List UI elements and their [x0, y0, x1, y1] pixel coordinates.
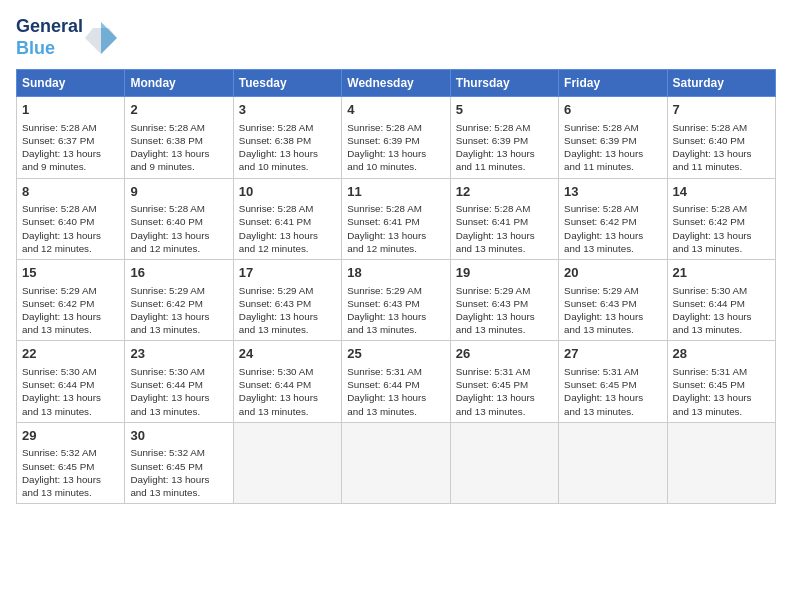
- calendar-week-row: 29Sunrise: 5:32 AMSunset: 6:45 PMDayligh…: [17, 422, 776, 503]
- day-detail: Sunrise: 5:28 AMSunset: 6:40 PMDaylight:…: [130, 202, 227, 255]
- day-detail: Sunrise: 5:28 AMSunset: 6:41 PMDaylight:…: [347, 202, 444, 255]
- calendar-day-cell: 22Sunrise: 5:30 AMSunset: 6:44 PMDayligh…: [17, 341, 125, 422]
- calendar-day-cell: 19Sunrise: 5:29 AMSunset: 6:43 PMDayligh…: [450, 260, 558, 341]
- day-detail: Sunrise: 5:31 AMSunset: 6:45 PMDaylight:…: [456, 365, 553, 418]
- day-number: 5: [456, 101, 553, 119]
- day-number: 20: [564, 264, 661, 282]
- calendar-day-cell: 15Sunrise: 5:29 AMSunset: 6:42 PMDayligh…: [17, 260, 125, 341]
- day-detail: Sunrise: 5:29 AMSunset: 6:43 PMDaylight:…: [347, 284, 444, 337]
- calendar-day-cell: 3Sunrise: 5:28 AMSunset: 6:38 PMDaylight…: [233, 97, 341, 178]
- weekday-header: Sunday: [17, 70, 125, 97]
- logo-icon: [83, 20, 119, 56]
- day-number: 22: [22, 345, 119, 363]
- day-detail: Sunrise: 5:28 AMSunset: 6:40 PMDaylight:…: [673, 121, 770, 174]
- calendar-week-row: 8Sunrise: 5:28 AMSunset: 6:40 PMDaylight…: [17, 178, 776, 259]
- day-number: 7: [673, 101, 770, 119]
- calendar-day-cell: [233, 422, 341, 503]
- day-detail: Sunrise: 5:28 AMSunset: 6:42 PMDaylight:…: [564, 202, 661, 255]
- calendar-day-cell: 2Sunrise: 5:28 AMSunset: 6:38 PMDaylight…: [125, 97, 233, 178]
- day-number: 18: [347, 264, 444, 282]
- day-number: 28: [673, 345, 770, 363]
- day-detail: Sunrise: 5:28 AMSunset: 6:39 PMDaylight:…: [564, 121, 661, 174]
- day-detail: Sunrise: 5:31 AMSunset: 6:44 PMDaylight:…: [347, 365, 444, 418]
- calendar-day-cell: 8Sunrise: 5:28 AMSunset: 6:40 PMDaylight…: [17, 178, 125, 259]
- day-detail: Sunrise: 5:29 AMSunset: 6:42 PMDaylight:…: [130, 284, 227, 337]
- day-detail: Sunrise: 5:29 AMSunset: 6:43 PMDaylight:…: [456, 284, 553, 337]
- calendar-day-cell: [342, 422, 450, 503]
- day-number: 2: [130, 101, 227, 119]
- calendar-day-cell: [667, 422, 775, 503]
- calendar-header-row: SundayMondayTuesdayWednesdayThursdayFrid…: [17, 70, 776, 97]
- logo: GeneralBlue: [16, 16, 119, 59]
- weekday-header: Saturday: [667, 70, 775, 97]
- page-header: GeneralBlue: [16, 16, 776, 59]
- day-number: 10: [239, 183, 336, 201]
- day-detail: Sunrise: 5:28 AMSunset: 6:39 PMDaylight:…: [347, 121, 444, 174]
- day-number: 19: [456, 264, 553, 282]
- calendar-day-cell: 21Sunrise: 5:30 AMSunset: 6:44 PMDayligh…: [667, 260, 775, 341]
- day-detail: Sunrise: 5:29 AMSunset: 6:42 PMDaylight:…: [22, 284, 119, 337]
- calendar-day-cell: 1Sunrise: 5:28 AMSunset: 6:37 PMDaylight…: [17, 97, 125, 178]
- calendar-day-cell: 26Sunrise: 5:31 AMSunset: 6:45 PMDayligh…: [450, 341, 558, 422]
- calendar-day-cell: 11Sunrise: 5:28 AMSunset: 6:41 PMDayligh…: [342, 178, 450, 259]
- calendar-day-cell: 13Sunrise: 5:28 AMSunset: 6:42 PMDayligh…: [559, 178, 667, 259]
- calendar-day-cell: 16Sunrise: 5:29 AMSunset: 6:42 PMDayligh…: [125, 260, 233, 341]
- day-number: 3: [239, 101, 336, 119]
- day-detail: Sunrise: 5:28 AMSunset: 6:37 PMDaylight:…: [22, 121, 119, 174]
- day-number: 6: [564, 101, 661, 119]
- day-detail: Sunrise: 5:30 AMSunset: 6:44 PMDaylight:…: [22, 365, 119, 418]
- logo-text: GeneralBlue: [16, 16, 83, 59]
- day-detail: Sunrise: 5:28 AMSunset: 6:39 PMDaylight:…: [456, 121, 553, 174]
- day-number: 8: [22, 183, 119, 201]
- calendar-day-cell: 30Sunrise: 5:32 AMSunset: 6:45 PMDayligh…: [125, 422, 233, 503]
- calendar-day-cell: 20Sunrise: 5:29 AMSunset: 6:43 PMDayligh…: [559, 260, 667, 341]
- calendar-table: SundayMondayTuesdayWednesdayThursdayFrid…: [16, 69, 776, 504]
- day-number: 16: [130, 264, 227, 282]
- day-detail: Sunrise: 5:28 AMSunset: 6:38 PMDaylight:…: [239, 121, 336, 174]
- calendar-day-cell: 27Sunrise: 5:31 AMSunset: 6:45 PMDayligh…: [559, 341, 667, 422]
- calendar-day-cell: 28Sunrise: 5:31 AMSunset: 6:45 PMDayligh…: [667, 341, 775, 422]
- calendar-day-cell: 23Sunrise: 5:30 AMSunset: 6:44 PMDayligh…: [125, 341, 233, 422]
- weekday-header: Thursday: [450, 70, 558, 97]
- svg-marker-1: [85, 28, 117, 54]
- calendar-day-cell: [559, 422, 667, 503]
- day-detail: Sunrise: 5:31 AMSunset: 6:45 PMDaylight:…: [564, 365, 661, 418]
- day-detail: Sunrise: 5:29 AMSunset: 6:43 PMDaylight:…: [564, 284, 661, 337]
- day-detail: Sunrise: 5:29 AMSunset: 6:43 PMDaylight:…: [239, 284, 336, 337]
- day-detail: Sunrise: 5:30 AMSunset: 6:44 PMDaylight:…: [239, 365, 336, 418]
- day-detail: Sunrise: 5:32 AMSunset: 6:45 PMDaylight:…: [130, 446, 227, 499]
- weekday-header: Monday: [125, 70, 233, 97]
- calendar-day-cell: 14Sunrise: 5:28 AMSunset: 6:42 PMDayligh…: [667, 178, 775, 259]
- day-number: 12: [456, 183, 553, 201]
- calendar-week-row: 22Sunrise: 5:30 AMSunset: 6:44 PMDayligh…: [17, 341, 776, 422]
- day-number: 23: [130, 345, 227, 363]
- day-detail: Sunrise: 5:31 AMSunset: 6:45 PMDaylight:…: [673, 365, 770, 418]
- calendar-day-cell: 17Sunrise: 5:29 AMSunset: 6:43 PMDayligh…: [233, 260, 341, 341]
- calendar-day-cell: 6Sunrise: 5:28 AMSunset: 6:39 PMDaylight…: [559, 97, 667, 178]
- day-number: 29: [22, 427, 119, 445]
- day-number: 25: [347, 345, 444, 363]
- day-detail: Sunrise: 5:28 AMSunset: 6:41 PMDaylight:…: [239, 202, 336, 255]
- calendar-day-cell: 18Sunrise: 5:29 AMSunset: 6:43 PMDayligh…: [342, 260, 450, 341]
- calendar-day-cell: 12Sunrise: 5:28 AMSunset: 6:41 PMDayligh…: [450, 178, 558, 259]
- calendar-day-cell: 24Sunrise: 5:30 AMSunset: 6:44 PMDayligh…: [233, 341, 341, 422]
- day-number: 24: [239, 345, 336, 363]
- day-number: 27: [564, 345, 661, 363]
- day-detail: Sunrise: 5:28 AMSunset: 6:42 PMDaylight:…: [673, 202, 770, 255]
- day-number: 13: [564, 183, 661, 201]
- day-detail: Sunrise: 5:28 AMSunset: 6:41 PMDaylight:…: [456, 202, 553, 255]
- calendar-day-cell: 9Sunrise: 5:28 AMSunset: 6:40 PMDaylight…: [125, 178, 233, 259]
- calendar-week-row: 15Sunrise: 5:29 AMSunset: 6:42 PMDayligh…: [17, 260, 776, 341]
- day-detail: Sunrise: 5:28 AMSunset: 6:40 PMDaylight:…: [22, 202, 119, 255]
- day-detail: Sunrise: 5:32 AMSunset: 6:45 PMDaylight:…: [22, 446, 119, 499]
- weekday-header: Friday: [559, 70, 667, 97]
- day-number: 14: [673, 183, 770, 201]
- weekday-header: Wednesday: [342, 70, 450, 97]
- calendar-day-cell: 29Sunrise: 5:32 AMSunset: 6:45 PMDayligh…: [17, 422, 125, 503]
- day-detail: Sunrise: 5:30 AMSunset: 6:44 PMDaylight:…: [130, 365, 227, 418]
- day-number: 9: [130, 183, 227, 201]
- day-number: 17: [239, 264, 336, 282]
- day-number: 15: [22, 264, 119, 282]
- calendar-day-cell: 10Sunrise: 5:28 AMSunset: 6:41 PMDayligh…: [233, 178, 341, 259]
- calendar-week-row: 1Sunrise: 5:28 AMSunset: 6:37 PMDaylight…: [17, 97, 776, 178]
